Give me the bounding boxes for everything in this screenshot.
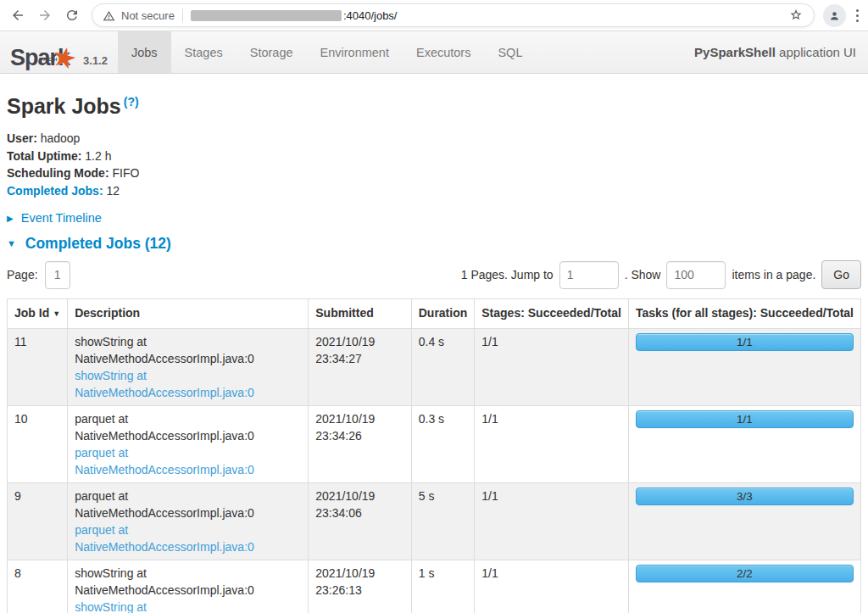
description-cell: showString at NativeMethodAccessorImpl.j…	[68, 329, 309, 406]
spark-version: 3.1.2	[83, 54, 108, 67]
job-description: showString at NativeMethodAccessorImpl.j…	[75, 565, 301, 599]
submitted-cell: 2021/10/19 23:26:13	[309, 560, 411, 613]
description-cell: showString at NativeMethodAccessorImpl.j…	[68, 560, 309, 613]
summary-user: User: hadoop	[7, 130, 861, 148]
pages-jump-text: 1 Pages. Jump to	[461, 268, 554, 281]
go-button[interactable]: Go	[821, 260, 861, 289]
stages-cell: 1/1	[475, 483, 629, 560]
divider	[182, 8, 183, 22]
bookmark-star-icon[interactable]	[788, 8, 804, 23]
submitted-cell: 2021/10/19 23:34:26	[309, 406, 411, 483]
description-cell: parquet at NativeMethodAccessorImpl.java…	[68, 483, 309, 560]
completed-jobs-link[interactable]: Completed Jobs:	[7, 184, 103, 198]
duration-cell: 0.4 s	[411, 329, 475, 406]
completed-jobs-section-label: Completed Jobs (12)	[25, 235, 171, 252]
header-stages[interactable]: Stages: Succeeded/Total	[475, 299, 629, 329]
main-content: Spark Jobs(?) User: hadoop Total Uptime:…	[0, 94, 868, 613]
avatar-icon[interactable]	[823, 4, 846, 27]
summary-scheduling-mode: Scheduling Mode: FIFO	[7, 164, 861, 182]
help-link[interactable]: (?)	[124, 95, 139, 109]
tasks-cell: 2/2	[628, 560, 860, 613]
job-id-cell: 11	[8, 329, 68, 406]
tab-stages[interactable]: Stages	[171, 31, 236, 73]
tasks-progress-bar: 1/1	[636, 410, 854, 428]
summary-uptime: Total Uptime: 1.2 h	[7, 148, 861, 165]
stages-cell: 1/1	[475, 560, 629, 613]
table-row: 10 parquet at NativeMethodAccessorImpl.j…	[8, 406, 861, 483]
pagination-controls: 1 Pages. Jump to . Show items in a page.…	[461, 260, 861, 289]
job-description-link[interactable]: parquet at NativeMethodAccessorImpl.java…	[75, 521, 301, 555]
menu-icon[interactable]	[853, 9, 861, 22]
duration-cell: 1 s	[411, 560, 475, 613]
header-tasks[interactable]: Tasks (for all stages): Succeeded/Total	[628, 299, 860, 329]
url-text[interactable]: :4040/jobs/	[343, 9, 398, 22]
tab-storage[interactable]: Storage	[236, 31, 307, 73]
job-description-link[interactable]: parquet at NativeMethodAccessorImpl.java…	[75, 444, 301, 478]
tasks-cell: 1/1	[628, 406, 860, 483]
reload-icon[interactable]	[61, 4, 83, 26]
table-row: 9 parquet at NativeMethodAccessorImpl.ja…	[8, 483, 861, 560]
stages-cell: 1/1	[475, 406, 629, 483]
page-number-input[interactable]	[45, 261, 70, 289]
job-description: parquet at NativeMethodAccessorImpl.java…	[75, 410, 301, 444]
job-description: showString at NativeMethodAccessorImpl.j…	[75, 333, 301, 367]
warning-icon	[103, 9, 115, 22]
jobs-table-body: 11 showString at NativeMethodAccessorImp…	[8, 329, 861, 613]
tasks-progress-bar: 1/1	[636, 333, 854, 351]
app-name: PySparkShell	[694, 45, 776, 59]
security-label[interactable]: Not secure	[121, 9, 175, 22]
page-title: Spark Jobs(?)	[7, 94, 861, 119]
tasks-progress-bar: 3/3	[636, 488, 854, 505]
spark-logo-text: Spark APACHE ★	[10, 47, 70, 70]
spark-star-icon: ★	[51, 43, 77, 72]
summary-list: User: hadoop Total Uptime: 1.2 h Schedul…	[7, 130, 861, 199]
duration-cell: 0.3 s	[411, 406, 475, 483]
browser-chrome: Not secure :4040/jobs/	[0, 0, 868, 31]
tasks-cell: 3/3	[628, 483, 860, 560]
address-bar[interactable]: Not secure :4040/jobs/	[92, 3, 815, 27]
collapsed-arrow-icon: ▶	[7, 214, 14, 223]
spark-navbar: Spark APACHE ★ 3.1.2 Jobs Stages Storage…	[0, 31, 868, 74]
job-id-cell: 8	[8, 560, 68, 613]
job-id-cell: 9	[8, 483, 68, 560]
completed-jobs-section-toggle[interactable]: ▼ Completed Jobs (12)	[7, 235, 861, 253]
sort-desc-icon: ▼	[53, 309, 60, 318]
back-icon[interactable]	[7, 4, 29, 26]
stages-cell: 1/1	[475, 329, 629, 406]
app-title: PySparkShell application UI	[694, 45, 868, 59]
tab-environment[interactable]: Environment	[307, 31, 403, 73]
event-timeline-label: Event Timeline	[21, 211, 102, 225]
forward-icon[interactable]	[34, 4, 56, 26]
jump-to-input[interactable]	[559, 261, 619, 289]
tab-executors[interactable]: Executors	[403, 31, 484, 73]
job-description-link[interactable]: showString at NativeMethodAccessorImpl.j…	[75, 599, 301, 613]
spark-logo[interactable]: Spark APACHE ★	[0, 31, 75, 73]
event-timeline-toggle[interactable]: ▶ Event Timeline	[7, 211, 861, 225]
description-cell: parquet at NativeMethodAccessorImpl.java…	[68, 406, 309, 483]
header-job-id[interactable]: Job Id▼	[8, 299, 68, 329]
completed-jobs-table: Job Id▼ Description Submitted Duration S…	[7, 298, 861, 613]
table-row: 11 showString at NativeMethodAccessorImp…	[8, 329, 861, 406]
job-description: parquet at NativeMethodAccessorImpl.java…	[75, 488, 301, 521]
table-header-row: Job Id▼ Description Submitted Duration S…	[8, 299, 861, 329]
tasks-progress-bar: 2/2	[636, 565, 854, 582]
pagination-bar: Page: 1 Pages. Jump to . Show items in a…	[7, 260, 861, 289]
show-text: . Show	[625, 268, 661, 281]
expanded-arrow-icon: ▼	[7, 238, 16, 248]
job-description-link[interactable]: showString at NativeMethodAccessorImpl.j…	[75, 367, 301, 401]
tasks-cell: 1/1	[628, 329, 860, 406]
page-label: Page:	[7, 268, 38, 281]
items-text: items in a page.	[732, 268, 815, 281]
redacted-url	[191, 10, 342, 21]
tab-sql[interactable]: SQL	[484, 31, 536, 73]
header-duration[interactable]: Duration	[411, 299, 475, 329]
submitted-cell: 2021/10/19 23:34:06	[309, 483, 411, 560]
job-id-cell: 10	[8, 406, 68, 483]
tab-jobs[interactable]: Jobs	[118, 31, 171, 73]
items-per-page-input[interactable]	[666, 261, 726, 289]
submitted-cell: 2021/10/19 23:34:27	[309, 329, 411, 406]
header-submitted[interactable]: Submitted	[309, 299, 411, 329]
table-row: 8 showString at NativeMethodAccessorImpl…	[8, 560, 861, 613]
header-description[interactable]: Description	[68, 299, 309, 329]
duration-cell: 5 s	[411, 483, 475, 560]
